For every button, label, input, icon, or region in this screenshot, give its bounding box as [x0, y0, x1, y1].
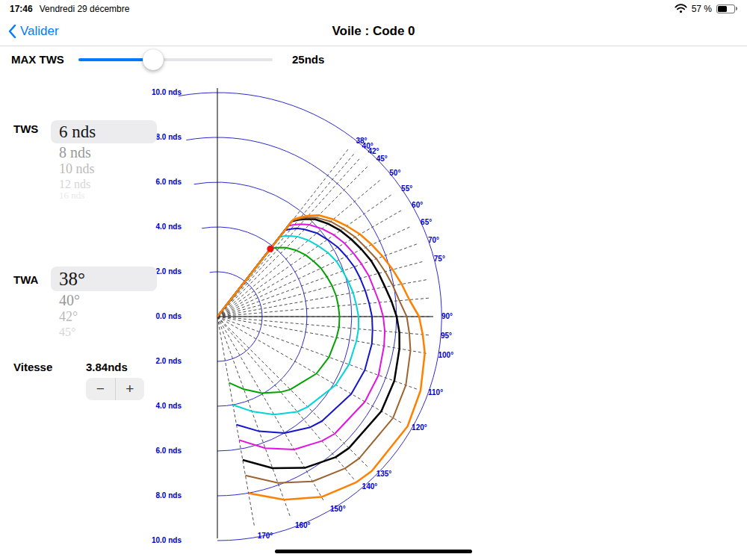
twa-angle-label: 170° — [258, 532, 273, 540]
twa-angle-label: 42° — [368, 147, 379, 155]
tws-label: TWS — [13, 122, 38, 135]
twa-label: TWA — [13, 273, 38, 286]
twa-ray — [217, 317, 290, 516]
twa-angle-label: 110° — [428, 388, 443, 396]
twa-angle-label: 50° — [389, 169, 400, 177]
twa-angle-label: 55° — [401, 184, 412, 193]
max-tws-value: 25nds — [292, 53, 324, 66]
twa-ray — [217, 180, 380, 317]
twa-angle-label: 135° — [376, 470, 392, 478]
speed-ring-label: 6.0 nds — [156, 447, 182, 455]
speed-ring-label: 2.0 nds — [156, 267, 182, 276]
slider-fill — [78, 58, 153, 61]
twa-angle-label: 90° — [441, 312, 453, 320]
twa-angle-label: 95° — [441, 332, 452, 340]
max-tws-slider[interactable] — [78, 49, 273, 70]
max-tws-label: MAX TWS — [11, 53, 64, 66]
twa-angle-label: 60° — [412, 201, 423, 209]
selected-point-marker — [267, 246, 273, 252]
tws-picker-option[interactable]: 10 nds — [51, 161, 157, 177]
polar-curve-6-nds — [217, 248, 340, 393]
twa-ray — [217, 195, 391, 317]
speed-ring-label: 8.0 nds — [156, 133, 182, 141]
twa-angle-label: 160° — [295, 521, 311, 529]
polar-curve-25-nds — [217, 215, 425, 500]
vitesse-decrement-button[interactable]: − — [86, 378, 116, 400]
screen: 38°40°42°45°50°55°60°65°70°75°90°95°100°… — [0, 0, 747, 560]
polar-curve-10-nds — [217, 228, 373, 433]
vitesse-increment-button[interactable]: + — [116, 378, 145, 400]
twa-picker-option[interactable]: 40° — [51, 291, 157, 309]
tws-picker-selected-option[interactable]: 6 nds — [51, 120, 157, 143]
speed-ring-label: 8.0 nds — [156, 491, 182, 500]
vitesse-value: 3.84nds — [86, 361, 128, 373]
twa-angle-label: 45° — [376, 155, 388, 163]
twa-picker[interactable]: 38° 40° 42° 45° — [51, 267, 157, 339]
tws-picker[interactable]: 6 nds 8 nds 10 nds 12 nds 16 nds — [51, 120, 157, 199]
twa-ray — [217, 317, 401, 423]
twa-angle-label: 120° — [412, 423, 427, 432]
slider-thumb[interactable] — [143, 49, 164, 70]
twa-ray — [217, 167, 368, 317]
twa-ray — [217, 244, 417, 317]
twa-ray — [217, 317, 417, 389]
polar-curve-8-nds — [217, 236, 359, 414]
speed-ring-label: 2.0 nds — [156, 357, 182, 365]
home-indicator[interactable] — [275, 550, 472, 553]
tws-picker-option[interactable]: 16 nds — [51, 191, 157, 199]
speed-ring-label: 4.0 nds — [156, 223, 182, 231]
twa-ray — [217, 298, 429, 317]
twa-angle-label: 75° — [434, 255, 445, 263]
twa-angle-label: 65° — [421, 218, 432, 226]
twa-angle-label: 150° — [330, 505, 346, 513]
speed-ring-label: 6.0 nds — [156, 178, 182, 186]
twa-angle-label: 140° — [362, 482, 378, 491]
tws-picker-option[interactable]: 8 nds — [51, 143, 157, 161]
speed-ring-label: 10.0 nds — [152, 88, 182, 96]
vitesse-stepper: − + — [86, 378, 144, 400]
speed-ring-label: 0.0 nds — [156, 312, 182, 320]
twa-picker-selected-option[interactable]: 38° — [51, 267, 157, 291]
twa-picker-option[interactable]: 45° — [51, 325, 157, 339]
twa-ray — [217, 317, 323, 500]
twa-ray — [217, 317, 354, 479]
twa-picker-option[interactable]: 42° — [51, 309, 157, 325]
speed-ring-label: 4.0 nds — [156, 402, 182, 410]
vitesse-label: Vitesse — [13, 361, 52, 373]
twa-ray — [217, 262, 422, 317]
speed-ring-label: 10.0 nds — [152, 536, 182, 544]
tws-picker-option[interactable]: 12 nds — [51, 177, 157, 191]
twa-angle-label: 70° — [428, 236, 439, 244]
twa-ray — [217, 317, 368, 467]
twa-angle-label: 100° — [438, 351, 454, 359]
twa-ray — [217, 227, 409, 317]
